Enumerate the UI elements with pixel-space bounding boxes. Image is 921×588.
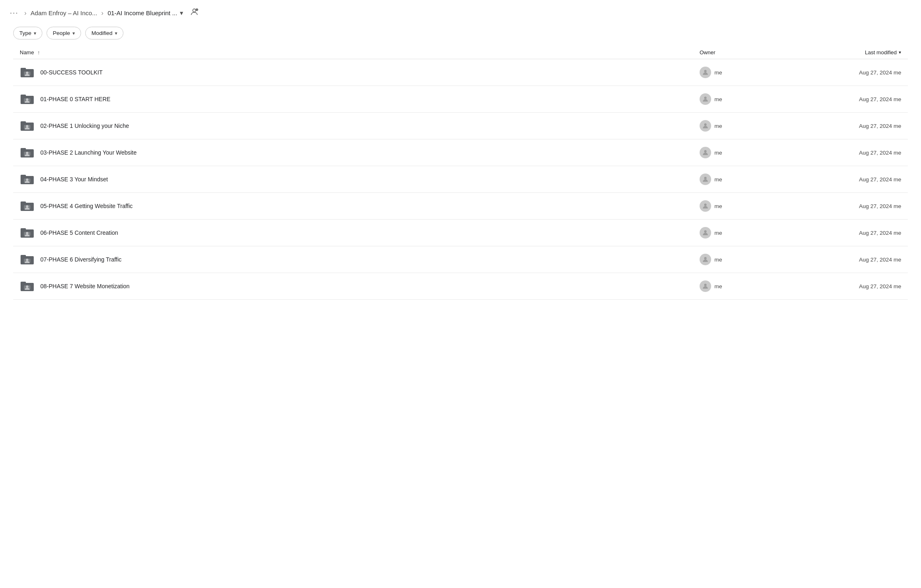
- row-modified-cell: Aug 27, 2024 me: [786, 176, 901, 183]
- row-file-name: 06-PHASE 5 Content Creation: [40, 229, 118, 236]
- breadcrumb-bar: ··· › Adam Enfroy – AI Inco... › 01-AI I…: [0, 0, 921, 23]
- row-owner-cell: me: [695, 280, 786, 292]
- row-file-name: 05-PHASE 4 Getting Website Traffic: [40, 203, 133, 209]
- modified-sort-icon: ▾: [899, 50, 901, 55]
- avatar-icon: [700, 147, 711, 158]
- row-file-name: 07-PHASE 6 Diversifying Traffic: [40, 256, 121, 263]
- breadcrumb-dropdown-arrow[interactable]: ▾: [180, 9, 183, 17]
- row-name-cell: 03-PHASE 2 Launching Your Website: [20, 145, 695, 160]
- table-row[interactable]: 08-PHASE 7 Website Monetization me Aug 2…: [13, 273, 908, 300]
- column-modified[interactable]: Last modified ▾: [786, 49, 901, 56]
- svg-point-45: [26, 285, 28, 288]
- row-name-cell: 07-PHASE 6 Diversifying Traffic: [20, 252, 695, 267]
- avatar-icon: [700, 280, 711, 292]
- folder-icon: [20, 225, 35, 240]
- name-sort-icon: ↑: [37, 49, 40, 56]
- row-modified-cell: Aug 27, 2024 me: [786, 150, 901, 156]
- svg-point-20: [26, 152, 28, 154]
- svg-point-25: [26, 178, 28, 181]
- svg-point-21: [704, 150, 707, 153]
- row-owner-cell: me: [695, 93, 786, 105]
- folder-icon: [20, 92, 35, 106]
- column-name[interactable]: Name ↑: [20, 49, 695, 56]
- row-owner-label: me: [714, 203, 722, 209]
- svg-point-11: [704, 97, 707, 99]
- modified-filter-label: Modified: [91, 30, 112, 36]
- svg-point-0: [193, 9, 195, 12]
- row-owner-label: me: [714, 69, 722, 76]
- table-row[interactable]: 02-PHASE 1 Unlocking your Niche me Aug 2…: [13, 113, 908, 139]
- more-options-dots[interactable]: ···: [10, 9, 19, 17]
- chevron-icon-2: ›: [101, 9, 103, 17]
- svg-point-15: [26, 125, 28, 127]
- avatar-icon: [700, 120, 711, 132]
- svg-point-36: [704, 230, 707, 233]
- svg-rect-43: [21, 282, 26, 284]
- svg-point-30: [26, 205, 28, 208]
- breadcrumb-parent[interactable]: Adam Enfroy – AI Inco...: [30, 9, 97, 16]
- table-row[interactable]: 03-PHASE 2 Launching Your Website me Aug…: [13, 139, 908, 166]
- row-modified-cell: Aug 27, 2024 me: [786, 257, 901, 263]
- row-owner-cell: me: [695, 200, 786, 212]
- row-name-cell: 08-PHASE 7 Website Monetization: [20, 279, 695, 294]
- folder-icon: [20, 118, 35, 133]
- row-owner-label: me: [714, 230, 722, 236]
- table-row[interactable]: 01-PHASE 0 START HERE me Aug 27, 2024 me: [13, 86, 908, 113]
- row-file-name: 02-PHASE 1 Unlocking your Niche: [40, 123, 129, 129]
- row-name-cell: 05-PHASE 4 Getting Website Traffic: [20, 199, 695, 213]
- column-name-label: Name: [20, 49, 34, 56]
- svg-rect-13: [21, 121, 26, 124]
- row-file-name: 03-PHASE 2 Launching Your Website: [40, 149, 137, 156]
- table-row[interactable]: 00-SUCCESS TOOLKIT me Aug 27, 2024 me: [13, 59, 908, 86]
- row-modified-cell: Aug 27, 2024 me: [786, 96, 901, 102]
- row-name-cell: 00-SUCCESS TOOLKIT: [20, 65, 695, 80]
- row-owner-cell: me: [695, 174, 786, 185]
- file-table: Name ↑ Owner Last modified ▾ 00-: [0, 46, 921, 300]
- svg-point-16: [704, 123, 707, 126]
- folder-icon: [20, 199, 35, 213]
- folder-icon: [20, 65, 35, 80]
- svg-rect-33: [21, 228, 26, 231]
- row-owner-label: me: [714, 96, 722, 102]
- row-owner-label: me: [714, 257, 722, 263]
- svg-rect-3: [21, 68, 26, 70]
- folder-icon: [20, 172, 35, 187]
- column-owner-label: Owner: [700, 49, 715, 56]
- row-owner-label: me: [714, 150, 722, 156]
- folder-icon: [20, 279, 35, 294]
- row-owner-cell: me: [695, 147, 786, 158]
- table-row[interactable]: 06-PHASE 5 Content Creation me Aug 27, 2…: [13, 220, 908, 246]
- row-owner-cell: me: [695, 227, 786, 238]
- row-modified-cell: Aug 27, 2024 me: [786, 230, 901, 236]
- table-row[interactable]: 04-PHASE 3 Your Mindset me Aug 27, 2024 …: [13, 166, 908, 193]
- svg-point-40: [26, 259, 28, 261]
- people-filter-arrow: ▾: [72, 30, 75, 36]
- svg-point-41: [704, 257, 707, 259]
- type-filter-button[interactable]: Type ▾: [13, 27, 42, 39]
- column-modified-label: Last modified: [865, 49, 897, 56]
- row-modified-cell: Aug 27, 2024 me: [786, 69, 901, 76]
- row-name-cell: 06-PHASE 5 Content Creation: [20, 225, 695, 240]
- table-row[interactable]: 07-PHASE 6 Diversifying Traffic me Aug 2…: [13, 246, 908, 273]
- row-file-name: 04-PHASE 3 Your Mindset: [40, 176, 108, 183]
- svg-rect-8: [21, 95, 26, 97]
- row-name-cell: 02-PHASE 1 Unlocking your Niche: [20, 118, 695, 133]
- avatar-icon: [700, 227, 711, 238]
- svg-point-5: [26, 72, 28, 74]
- svg-point-10: [26, 98, 28, 101]
- modified-filter-button[interactable]: Modified ▾: [85, 27, 123, 39]
- svg-point-6: [704, 70, 707, 72]
- svg-rect-23: [21, 175, 26, 177]
- table-rows: 00-SUCCESS TOOLKIT me Aug 27, 2024 me: [13, 59, 908, 300]
- svg-point-26: [704, 177, 707, 179]
- filters-row: Type ▾ People ▾ Modified ▾: [0, 23, 921, 46]
- share-icon[interactable]: [190, 7, 199, 19]
- avatar-icon: [700, 93, 711, 105]
- column-owner[interactable]: Owner: [695, 49, 786, 56]
- table-row[interactable]: 05-PHASE 4 Getting Website Traffic me Au…: [13, 193, 908, 220]
- row-modified-cell: Aug 27, 2024 me: [786, 283, 901, 289]
- row-name-cell: 04-PHASE 3 Your Mindset: [20, 172, 695, 187]
- breadcrumb-current[interactable]: 01-AI Income Blueprint ... ▾: [107, 9, 183, 17]
- svg-rect-28: [21, 201, 26, 204]
- people-filter-button[interactable]: People ▾: [47, 27, 81, 39]
